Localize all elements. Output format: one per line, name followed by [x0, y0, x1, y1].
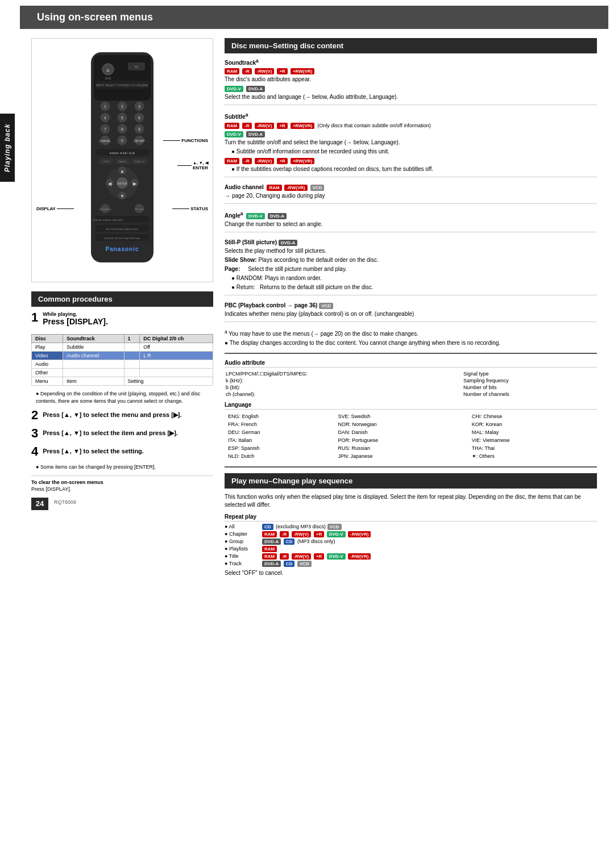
repeat-list: ● All CD (excluding MP3 discs) VCD ● Cha… [225, 524, 597, 577]
play-menu-intro: This function works only when the elapse… [225, 493, 597, 509]
table-row: NLD: Dutch JPN: Japanese ✦: Others [226, 453, 596, 460]
table-row: DEU: German DAN: Danish MAL: Malay [226, 429, 596, 436]
side-tab: Playing back [0, 114, 15, 182]
svg-text:INPUT SELECT  TV/VIDEO  CH  VO: INPUT SELECT TV/VIDEO CH VOL/MNL [96, 84, 148, 87]
step-3: 3 Press [▲, ▼] to select the item and pr… [31, 427, 213, 440]
audio-channel-section: Audio channel RAM -RW(VR) VCD page 20, C… [225, 184, 597, 204]
svg-text:8: 8 [121, 127, 123, 131]
table-row: Play Subtitle Off [32, 343, 213, 352]
language-header: Language [225, 402, 597, 410]
svg-text:DISPLAY  STATUS  TIME SKIP: DISPLAY STATUS TIME SKIP [93, 219, 123, 222]
step-1: 1 While playing. Press [DISPLAY]. [31, 311, 213, 328]
common-procedures-header: Common procedures [31, 291, 213, 307]
status-annotation: STATUS [172, 206, 208, 211]
repeat-item-playlists: ● Playlists RAM [225, 546, 597, 552]
bottom-row: 24 RQT8009 [31, 494, 213, 510]
remote-svg: ⏻ DVD POWER TV INPUT SELECT TV/VIDEO CH … [74, 47, 171, 274]
svg-text:▶: ▶ [133, 181, 137, 186]
svg-text:PAUSE: PAUSE [118, 160, 126, 163]
enter-annotation: ▲, ▼, ◀ ENTER [177, 161, 208, 170]
cancel-text: Select "OFF" to cancel. [225, 569, 597, 577]
angle-section: Anglea DVD-V DVD-A Change the number to … [225, 211, 597, 232]
table-row: ESP: Spanish RUS: Russian THA: Thai [226, 445, 596, 452]
repeat-item-title: ● Title RAM -R -RW(V) +R DVD-V -RW(VR) [225, 553, 597, 560]
page-header: Using on-screen menus [20, 6, 608, 29]
step1-label: While playing. [43, 311, 213, 317]
svg-text:RETURN: RETURN [135, 208, 144, 211]
table-row: b (bit): Number of bits [226, 385, 596, 390]
functions-annotation: FUNCTIONS [163, 138, 208, 143]
clear-label: To clear the on-screen menus [31, 479, 213, 485]
svg-text:SUB MENU: SUB MENU [99, 208, 111, 211]
step-2: 2 Press [▲, ▼] to select the menu and pr… [31, 409, 213, 422]
svg-text:Panasonic: Panasonic [105, 246, 139, 252]
svg-text:REC  RECMODE  ERASE  DVD/2: REC RECMODE ERASE DVD/2 [106, 228, 139, 231]
table-row: Menu Item Setting [32, 377, 213, 386]
svg-text:CH/PROG  SETUP  CHAPTER  F.Adv: CH/PROG SETUP CHAPTER F.Adv [104, 237, 140, 240]
repeat-play-header: Repeat play [225, 514, 597, 521]
step-4: 4 Press [▲, ▼] to select the setting. [31, 445, 213, 458]
conditions-note: ● Depending on the condition of the unit… [36, 390, 213, 404]
play-menu-header: Play menu–Change play sequence [225, 473, 597, 489]
table-row: ENG: English SVE: Swedish CHI: Chinese [226, 413, 596, 420]
svg-text:CM SKP: CM SKP [134, 139, 145, 143]
clear-text: Press [DISPLAY]. [31, 486, 213, 492]
display-annotation: DISPLAY [36, 206, 74, 211]
footnote-a: a You may have to use the menus (→ page … [225, 329, 597, 338]
svg-text:4: 4 [104, 116, 106, 120]
svg-text:▲: ▲ [120, 169, 125, 174]
step3-instruction: Press [▲, ▼] to select the item and pres… [43, 429, 213, 437]
table-row: FRA: French NOR: Norwegian KOR: Korean [226, 421, 596, 428]
table-row: Video Audio channel L R [32, 352, 213, 360]
svg-rect-1 [94, 55, 151, 101]
some-items-note: ● Some items can be changed by pressing … [36, 464, 213, 471]
svg-text:TV: TV [135, 65, 139, 69]
svg-text:PLAY/1-3: PLAY/1-3 [135, 160, 145, 163]
page-container: ⏻ DVD POWER TV INPUT SELECT TV/VIDEO CH … [20, 38, 608, 579]
svg-text:◀: ◀ [108, 181, 112, 186]
subtitle-section: Subtitlea RAM -R -RW(V) +R +RW(VR) (Only… [225, 112, 597, 177]
left-column: ⏻ DVD POWER TV INPUT SELECT TV/VIDEO CH … [31, 38, 213, 579]
svg-text:ENTER: ENTER [118, 182, 127, 185]
svg-text:1: 1 [104, 105, 106, 108]
svg-text:6: 6 [138, 116, 140, 120]
repeat-item-all: ● All CD (excluding MP3 discs) VCD [225, 524, 597, 530]
table-row: ch (channel): Number of channels [226, 391, 596, 397]
language-table: ENG: English SVE: Swedish CHI: Chinese F… [225, 412, 597, 461]
soundtrack-section: Soundtracka RAM -R -RW(V) +R +RW(VR) The… [225, 58, 597, 105]
repeat-item-chapter: ● Chapter RAM -R -RW(V) +R DVD-V -RW(VR) [225, 531, 597, 537]
disc-menu-header: Disc menu–Setting disc content [225, 38, 597, 53]
svg-text:2: 2 [121, 105, 123, 108]
svg-text:DVD: DVD [105, 77, 111, 80]
step4-instruction: Press [▲, ▼] to select the setting. [43, 448, 213, 454]
svg-text:9: 9 [138, 127, 140, 131]
audio-attribute-header: Audio attribute [225, 360, 597, 368]
model-number: RQT8009 [54, 499, 76, 505]
remote-illustration: ⏻ DVD POWER TV INPUT SELECT TV/VIDEO CH … [31, 38, 213, 282]
page-number: 24 [31, 498, 48, 510]
svg-text:STOP: STOP [103, 160, 110, 163]
repeat-item-track: ● Track DVD-A CD VCD [225, 561, 597, 567]
audio-attribute-table: LPCM/PPCM/□□Digital/DTS/MPEG: Signal typ… [225, 370, 597, 398]
table-row: Audio [32, 360, 213, 369]
right-column: Disc menu–Setting disc content Soundtrac… [225, 38, 597, 579]
svg-text:⏻: ⏻ [106, 69, 110, 72]
svg-text:5: 5 [121, 116, 123, 120]
footnote-b: ● The display changes according to the d… [225, 339, 597, 347]
repeat-item-group: ● Group DVD-A CD (MP3 discs only) [225, 539, 597, 545]
svg-text:CANCEL: CANCEL [99, 139, 111, 143]
full-page: Playing back Using on-screen menus ⏻ DVD… [0, 0, 614, 585]
step1-title: Press [DISPLAY]. [43, 317, 213, 326]
pbc-section: PBC (Playback control → page 36) VCD Ind… [225, 302, 597, 322]
svg-text:7: 7 [104, 127, 106, 131]
svg-text:0: 0 [121, 139, 123, 143]
svg-text:3: 3 [138, 105, 140, 108]
still-p-section: Still-P (Still picture) DVD-A Selects th… [225, 239, 597, 295]
table-row: k (kHz): Sampling frequency [226, 378, 596, 383]
table-row: ITA: Italian POR: Portuguese VIE: Vietna… [226, 437, 596, 444]
clear-note-box: To clear the on-screen menus Press [DISP… [31, 475, 213, 492]
menu-table: Disc Soundtrack 1 DC Digital 2/0 ch Play… [31, 334, 213, 386]
svg-text:▼: ▼ [120, 194, 125, 199]
step2-instruction: Press [▲, ▼] to select the menu and pres… [43, 411, 213, 419]
svg-text:◀◀  ▶▶  ◀  ▶▶|  ◀|  |▶: ◀◀ ▶▶ ◀ ▶▶| ◀| |▶ [109, 151, 136, 155]
